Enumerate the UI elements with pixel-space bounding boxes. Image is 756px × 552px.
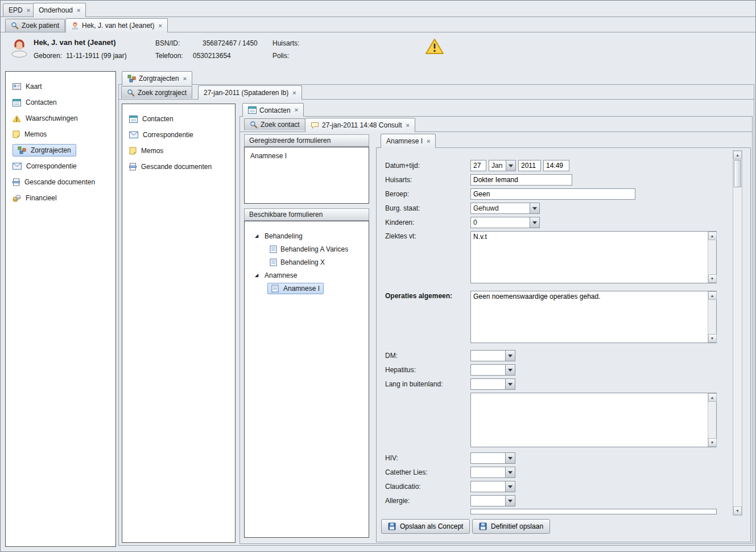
- dropdown-button[interactable]: [530, 217, 539, 228]
- sidebar-item-financieel[interactable]: Financieel: [6, 190, 115, 206]
- textarea-scrollbar[interactable]: [708, 393, 716, 447]
- tree-selection: Anamnese I: [267, 283, 324, 294]
- tab-anamnese-form[interactable]: Anamnese I: [381, 134, 436, 148]
- dm-select[interactable]: [470, 350, 515, 361]
- scroll-up-icon[interactable]: [708, 393, 717, 402]
- kinderen-select[interactable]: 0: [470, 217, 540, 228]
- tree-expanded-icon[interactable]: [255, 234, 261, 238]
- dropdown-button[interactable]: [506, 160, 515, 171]
- tab-zoek-patient-label: Zoek patient: [22, 22, 59, 30]
- dropdown-button[interactable]: [505, 365, 515, 375]
- zorgmenu-item-label: Memos: [141, 147, 163, 155]
- tab-consult-label: 27-jan-2011 14:48 Consult: [322, 121, 402, 129]
- tab-onderhoud-label: Onderhoud: [39, 6, 73, 14]
- burgstaat-label: Burg. staat:: [385, 204, 420, 212]
- tab-consult[interactable]: 27-jan-2011 14:48 Consult: [305, 118, 415, 132]
- search-icon: [250, 121, 258, 129]
- dropdown-button[interactable]: [505, 496, 515, 506]
- tree-node-behandeling-x[interactable]: Behandeling X: [245, 256, 369, 269]
- tab-patient[interactable]: Hek, J. van het (Jeanet): [65, 18, 168, 32]
- catether-select[interactable]: [470, 467, 515, 478]
- scroll-up-icon[interactable]: [708, 232, 717, 240]
- extra-textarea[interactable]: [471, 393, 707, 447]
- hepatitus-select[interactable]: [470, 364, 515, 376]
- form-icon: [270, 245, 277, 253]
- allergie-value: [471, 496, 505, 506]
- scroll-down-icon[interactable]: [708, 438, 717, 447]
- tab-onderhoud[interactable]: Onderhoud: [33, 3, 86, 17]
- tree-node-behandeling[interactable]: Behandeling: [245, 229, 369, 242]
- sidebar-item-correspondentie[interactable]: Correspondentie: [6, 158, 115, 174]
- textarea-scrollbar[interactable]: [708, 232, 716, 283]
- zorgmenu-item-label: Gescande documenten: [141, 163, 212, 171]
- hiv-select[interactable]: [470, 452, 515, 464]
- sidebar-item-waarschuwingen[interactable]: Waarschuwingen: [6, 110, 115, 126]
- search-icon: [127, 89, 135, 97]
- tab-zorgtraject-spataderen[interactable]: 27-jan-2011 (Spataderen lb): [198, 85, 302, 100]
- sidebar-item-zorgtrajecten[interactable]: Zorgtrajecten: [6, 142, 115, 158]
- close-icon[interactable]: [295, 107, 298, 113]
- save-final-button[interactable]: Definitief opslaan: [472, 519, 550, 534]
- zorgmenu-item-contacten[interactable]: Contacten: [122, 111, 235, 127]
- scroll-down-icon[interactable]: [708, 334, 717, 343]
- telefoon-label: Telefoon:: [155, 52, 183, 60]
- scroll-up-icon[interactable]: [708, 291, 717, 300]
- datum-day-input[interactable]: [470, 160, 486, 171]
- claudicatio-select[interactable]: [470, 481, 515, 492]
- sidebar-item-kaart[interactable]: Kaart: [6, 79, 115, 94]
- close-icon[interactable]: [27, 7, 30, 14]
- catether-value: [471, 467, 505, 477]
- operaties-textarea[interactable]: Geen noemenswaardige operaties gehad.: [471, 291, 707, 343]
- sidebar-item-gescande-documenten[interactable]: Gescande documenten: [6, 174, 115, 190]
- dropdown-button[interactable]: [505, 467, 515, 477]
- datum-year-input[interactable]: [518, 160, 541, 171]
- dropdown-button[interactable]: [505, 453, 515, 463]
- scroll-down-icon[interactable]: [708, 274, 717, 283]
- scrollbar-thumb[interactable]: [734, 160, 741, 187]
- zorgmenu-item-correspondentie[interactable]: Correspondentie: [122, 127, 235, 143]
- datum-month-select[interactable]: Jan: [489, 160, 516, 171]
- form-huisarts-input[interactable]: [470, 174, 572, 186]
- close-icon[interactable]: [406, 122, 410, 129]
- available-forms-tree: Behandeling Behandeling A Varices Behand…: [244, 221, 369, 538]
- dropdown-button[interactable]: [505, 351, 515, 361]
- buitenland-select[interactable]: [470, 378, 515, 390]
- close-icon[interactable]: [427, 138, 430, 145]
- save-concept-label: Opslaan als Concept: [400, 522, 463, 530]
- textarea-scrollbar[interactable]: [708, 291, 716, 343]
- close-icon[interactable]: [183, 76, 187, 82]
- scroll-down-icon[interactable]: [733, 506, 742, 515]
- tab-zoek-contact[interactable]: Zoek contact: [244, 118, 305, 130]
- zorgmenu-item-gescande-documenten[interactable]: Gescande documenten: [122, 159, 235, 175]
- tab-zoek-zorgtraject[interactable]: Zoek zorgtraject: [121, 86, 192, 98]
- close-icon[interactable]: [77, 7, 80, 14]
- tab-contacten[interactable]: Contacten: [242, 103, 304, 117]
- burgstaat-select[interactable]: Gehuwd: [470, 203, 540, 214]
- tab-epd[interactable]: EPD: [3, 3, 36, 17]
- allergie-select[interactable]: [470, 495, 515, 506]
- dropdown-button[interactable]: [505, 379, 515, 389]
- tree-node-anamnese-i[interactable]: Anamnese I: [245, 282, 369, 295]
- tab-zorgtrajecten[interactable]: Zorgtrajecten: [122, 71, 192, 85]
- tab-zoek-patient[interactable]: Zoek patient: [5, 19, 65, 32]
- tree-expanded-icon[interactable]: [255, 273, 261, 278]
- hepatitus-label: Hepatitus:: [385, 366, 416, 374]
- zorgmenu-item-memos[interactable]: Memos: [122, 143, 235, 159]
- sidebar-item-contacten[interactable]: Contacten: [6, 94, 115, 110]
- save-concept-button[interactable]: Opslaan als Concept: [381, 519, 470, 534]
- geboren-value: 11-11-1911 (99 jaar): [66, 52, 127, 60]
- dropdown-button[interactable]: [530, 203, 539, 213]
- scroll-up-icon[interactable]: [733, 151, 742, 159]
- close-icon[interactable]: [158, 23, 162, 29]
- tree-node-behandeling-a-varices[interactable]: Behandeling A Varices: [245, 242, 369, 256]
- beroep-input[interactable]: [470, 188, 635, 200]
- sidebar-item-memos[interactable]: Memos: [6, 126, 115, 142]
- ziektes-textarea[interactable]: N.v.t: [471, 232, 707, 283]
- contacten-icon: [248, 106, 257, 114]
- registered-form-item[interactable]: Anamnese I: [245, 147, 369, 164]
- datum-time-input[interactable]: [543, 160, 569, 171]
- close-icon[interactable]: [292, 90, 296, 96]
- form-scrollbar[interactable]: [733, 150, 742, 516]
- tree-node-anamnese[interactable]: Anamnese: [245, 269, 369, 282]
- dropdown-button[interactable]: [505, 481, 515, 492]
